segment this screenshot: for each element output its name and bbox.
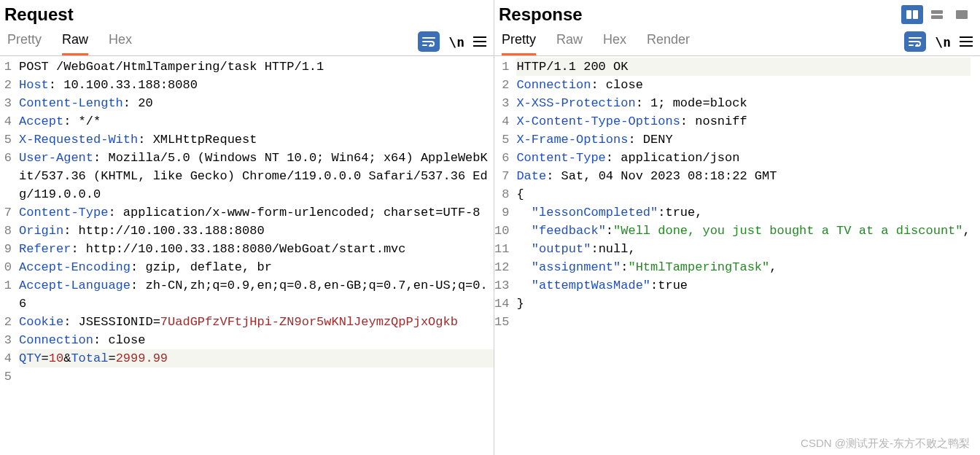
layout-columns-icon[interactable] xyxy=(901,5,923,24)
watermark: CSDN @测试开发-东方不败之鸭梨 xyxy=(801,437,970,451)
svg-rect-3 xyxy=(931,15,943,19)
request-editor[interactable]: 123456 78901 2345 POST /WebGoat/HtmlTamp… xyxy=(0,56,494,455)
wrap-lines-icon[interactable] xyxy=(904,31,926,52)
tab-render[interactable]: Render xyxy=(647,28,690,55)
request-tabs: Pretty Raw Hex xyxy=(3,28,132,55)
layout-rows-icon[interactable] xyxy=(926,5,948,24)
tab-raw[interactable]: Raw xyxy=(556,28,583,55)
newline-icon[interactable]: \n xyxy=(448,34,464,50)
response-tabs: Pretty Raw Hex Render xyxy=(497,28,690,55)
svg-rect-0 xyxy=(906,10,911,19)
wrap-lines-icon[interactable] xyxy=(418,31,440,52)
request-title: Request xyxy=(3,4,74,25)
request-header: Request xyxy=(0,0,494,25)
response-title: Response xyxy=(497,4,583,25)
response-toolbar: \n xyxy=(904,31,977,52)
response-code[interactable]: HTTP/1.1 200 OKConnection: closeX-XSS-Pr… xyxy=(512,56,970,455)
tab-hex[interactable]: Hex xyxy=(109,28,132,55)
response-tabbar: Pretty Raw Hex Render \n xyxy=(494,25,980,56)
request-gutter: 123456 78901 2345 xyxy=(0,56,15,455)
menu-icon[interactable] xyxy=(473,36,486,47)
response-gutter: 123456789101112131415 xyxy=(494,56,512,455)
menu-icon[interactable] xyxy=(960,36,973,47)
request-code[interactable]: POST /WebGoat/HtmlTampering/task HTTP/1.… xyxy=(15,56,494,455)
svg-rect-4 xyxy=(956,10,968,19)
svg-rect-2 xyxy=(931,10,943,14)
response-pane: Response Pretty Raw Hex Render xyxy=(494,0,980,455)
response-header: Response xyxy=(494,0,980,25)
response-editor[interactable]: 123456789101112131415 HTTP/1.1 200 OKCon… xyxy=(494,56,980,455)
request-tabbar: Pretty Raw Hex \n xyxy=(0,25,494,56)
request-pane: Request Pretty Raw Hex \n 123456 78901 2… xyxy=(0,0,494,455)
layout-single-icon[interactable] xyxy=(951,5,973,24)
layout-toolbar xyxy=(901,5,977,24)
newline-icon[interactable]: \n xyxy=(935,34,951,50)
tab-raw[interactable]: Raw xyxy=(62,28,88,55)
tab-pretty[interactable]: Pretty xyxy=(502,28,536,55)
svg-rect-1 xyxy=(913,10,918,19)
tab-pretty[interactable]: Pretty xyxy=(7,28,42,55)
tab-hex[interactable]: Hex xyxy=(603,28,626,55)
request-toolbar: \n xyxy=(418,31,491,52)
